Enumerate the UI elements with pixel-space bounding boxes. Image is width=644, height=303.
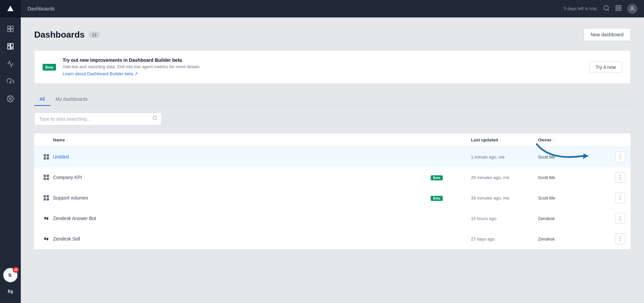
notification-badge[interactable]: 9. 48 bbox=[3, 267, 18, 283]
try-it-now-button[interactable]: Try it now bbox=[589, 61, 622, 73]
beta-badge: Beta bbox=[431, 175, 443, 180]
row-actions: Edit ⋮ bbox=[605, 213, 625, 224]
row-actions: Edit ⋮ bbox=[605, 192, 625, 203]
table-row: Company KPI Beta 29 minutes ago, me Scot… bbox=[34, 167, 631, 188]
sidebar-nav bbox=[0, 17, 21, 267]
zendesk-icon bbox=[43, 215, 49, 221]
name-cell: Company KPI bbox=[53, 175, 431, 180]
table-row: Zendesk Answer Bot 15 hours ago Zendesk … bbox=[34, 208, 631, 229]
last-updated-cell: 1 minute ago, me bbox=[471, 155, 538, 160]
zendesk-icon bbox=[43, 236, 49, 242]
owner-cell: Scott Me bbox=[538, 155, 605, 160]
last-updated-cell: 27 days ago bbox=[471, 236, 538, 242]
col-header-icon bbox=[40, 137, 53, 142]
name-sort-icon: ↕ bbox=[66, 138, 68, 142]
sidebar-item-dashboards[interactable] bbox=[0, 38, 21, 55]
svg-point-13 bbox=[631, 7, 633, 8]
page-title: Dashboards bbox=[34, 30, 85, 40]
sidebar-item-home[interactable] bbox=[0, 20, 21, 38]
dashboard-count-badge: 11 bbox=[89, 32, 100, 38]
sidebar-item-settings[interactable] bbox=[0, 90, 21, 107]
more-options-button[interactable]: ⋮ bbox=[615, 172, 625, 183]
tab-my-dashboards[interactable]: My dashboards bbox=[50, 93, 93, 106]
table-header: Name ↕ Last updated ↕ Owner ↕ bbox=[34, 133, 631, 147]
name-cell: Untitled bbox=[53, 154, 431, 160]
owner-cell: Scott Me bbox=[538, 175, 605, 180]
last-updated-cell: 29 minutes ago, me bbox=[471, 175, 538, 180]
app-logo[interactable] bbox=[0, 0, 21, 17]
zendesk-logo-icon bbox=[7, 288, 14, 295]
row-dashboard-icon bbox=[40, 154, 53, 160]
trial-text: 5 days left in trial. bbox=[564, 6, 598, 11]
more-options-button[interactable]: ⋮ bbox=[615, 192, 625, 203]
svg-rect-1 bbox=[8, 26, 10, 29]
svg-rect-9 bbox=[616, 5, 618, 7]
beta-title: Try out new improvements in Dashboard Bu… bbox=[63, 57, 583, 63]
page-header: Dashboards 11 New dashboard bbox=[34, 28, 631, 41]
beta-link[interactable]: Learn about Dashboard Builder beta ↗ bbox=[63, 71, 138, 76]
last-updated-cell: 39 minutes ago, me bbox=[471, 196, 538, 201]
home-icon bbox=[7, 25, 14, 33]
svg-rect-12 bbox=[619, 8, 621, 10]
search-icon[interactable] bbox=[603, 5, 610, 13]
upload-icon bbox=[7, 78, 14, 85]
svg-rect-10 bbox=[619, 5, 621, 7]
grid-4-icon bbox=[44, 154, 49, 160]
beta-subtitle: Add live and reporting data. Drill into … bbox=[63, 64, 583, 69]
page-title-group: Dashboards 11 bbox=[34, 30, 100, 40]
tab-all[interactable]: All bbox=[34, 93, 50, 106]
table-row: Zendesk Sell 27 days ago Zendesk Edit ⋮ bbox=[34, 229, 631, 249]
svg-rect-3 bbox=[8, 29, 10, 32]
topbar-right: 5 days left in trial. bbox=[564, 4, 637, 14]
search-container bbox=[34, 113, 162, 125]
main-content: Dashboards 5 days left in trial. bbox=[21, 0, 644, 303]
reports-icon bbox=[7, 60, 14, 68]
avatar-icon bbox=[630, 6, 635, 11]
name-cell: Zendesk Answer Bot bbox=[53, 216, 431, 221]
notification-count: 48 bbox=[13, 267, 19, 273]
col-header-badge bbox=[431, 137, 471, 142]
more-options-button[interactable]: ⋮ bbox=[615, 233, 625, 244]
svg-point-7 bbox=[604, 5, 608, 10]
name-cell: Zendesk Sell bbox=[53, 236, 431, 242]
sidebar-item-upload[interactable] bbox=[0, 73, 21, 90]
dashboard-name: Company KPI bbox=[53, 175, 82, 180]
beta-banner: Beta Try out new improvements in Dashboa… bbox=[34, 50, 631, 84]
dashboard-name: Zendesk Answer Bot bbox=[53, 216, 96, 221]
col-header-name[interactable]: Name ↕ bbox=[53, 137, 431, 142]
svg-line-15 bbox=[156, 119, 157, 120]
beta-text: Try out new improvements in Dashboard Bu… bbox=[63, 57, 583, 77]
sidebar-item-reports[interactable] bbox=[0, 55, 21, 73]
more-options-button[interactable]: ⋮ bbox=[615, 152, 625, 162]
sidebar-item-zendesk[interactable] bbox=[0, 284, 21, 299]
col-header-updated[interactable]: Last updated ↕ bbox=[471, 137, 538, 142]
row-actions: Edit ⋮ bbox=[605, 233, 625, 244]
col-header-owner[interactable]: Owner ↕ bbox=[538, 137, 605, 142]
user-avatar[interactable] bbox=[627, 4, 637, 14]
svg-rect-11 bbox=[616, 8, 618, 10]
svg-line-8 bbox=[608, 9, 609, 10]
row-zendesk-icon bbox=[40, 215, 53, 221]
dashboard-name: Zendesk Sell bbox=[53, 236, 80, 242]
topbar-title: Dashboards bbox=[28, 6, 564, 11]
table-row: Support volumes Beta 39 minutes ago, me … bbox=[34, 188, 631, 208]
svg-marker-0 bbox=[7, 6, 13, 11]
row-zendesk-icon bbox=[40, 236, 53, 242]
dashboard-name-link[interactable]: Untitled bbox=[53, 154, 69, 160]
tabs: All My dashboards bbox=[34, 93, 631, 106]
search-input[interactable] bbox=[34, 113, 162, 125]
new-dashboard-button[interactable]: New dashboard bbox=[584, 28, 631, 41]
logo-icon bbox=[7, 5, 14, 12]
grid-4-icon bbox=[44, 175, 49, 180]
sidebar: 9. 48 bbox=[0, 0, 21, 303]
topbar: Dashboards 5 days left in trial. bbox=[21, 0, 644, 17]
svg-point-14 bbox=[153, 116, 157, 120]
settings-icon bbox=[7, 95, 14, 102]
beta-badge: Beta bbox=[431, 196, 443, 201]
col-header-actions bbox=[605, 137, 625, 142]
content-area: Dashboards 11 New dashboard Beta Try out… bbox=[21, 17, 644, 303]
more-options-button[interactable]: ⋮ bbox=[615, 213, 625, 224]
grid-view-icon[interactable] bbox=[615, 5, 622, 13]
owner-cell: Zendesk bbox=[538, 236, 605, 242]
notification-initial: 9. bbox=[8, 272, 12, 278]
